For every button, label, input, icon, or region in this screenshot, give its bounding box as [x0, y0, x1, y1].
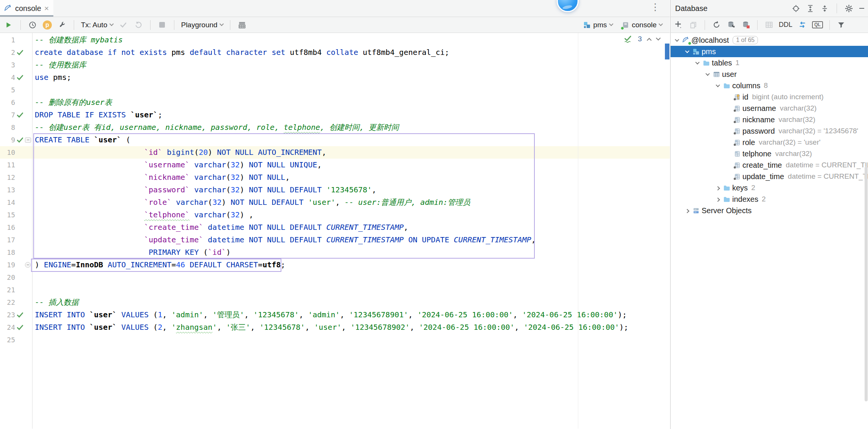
tree-item-telphone[interactable]: telphonevarchar(32) [671, 148, 868, 159]
locate-icon[interactable] [792, 5, 800, 12]
collapse-all-icon[interactable] [821, 5, 829, 12]
more-options-icon[interactable]: ⋮ [651, 2, 660, 12]
chevron-down-icon[interactable] [703, 73, 712, 76]
sql-editor[interactable]: 1-- 创建数据库 mybatis2create database if not… [0, 33, 670, 429]
code-line-8[interactable]: 8-- 创建user表 有id, username, nickname, pas… [0, 121, 670, 134]
statement-success-icon[interactable] [15, 46, 25, 59]
statement-success-icon[interactable] [15, 321, 25, 334]
code-line-10[interactable]: 10 `id` bigint(20) NOT NULL AUTO_INCREME… [0, 146, 670, 159]
chevron-right-icon[interactable] [714, 198, 722, 201]
code-line-1[interactable]: 1-- 创建数据库 mybatis [0, 34, 670, 46]
tree-item-columns[interactable]: columns8 [671, 80, 868, 91]
tree-item-pms[interactable]: pms [671, 46, 868, 57]
fold-spacer [25, 184, 32, 196]
chevron-right-icon[interactable] [714, 186, 722, 189]
code-line-11[interactable]: 11 `username` varchar(32) NOT NULL UNIQU… [0, 159, 670, 171]
tree-item-label: telphone [742, 150, 772, 158]
ql-console-button[interactable]: QL [812, 21, 823, 28]
ddl-button[interactable]: DDL [779, 21, 792, 29]
statement-success-icon[interactable] [15, 71, 25, 84]
inspection-widget[interactable]: 3 [624, 35, 660, 43]
tree-item-user[interactable]: user [671, 69, 868, 80]
code-line-3[interactable]: 3-- 使用数据库 [0, 59, 670, 71]
code-line-24[interactable]: 24INSERT INTO `user` VALUES (2, 'zhangsa… [0, 321, 670, 334]
next-warning-icon[interactable] [656, 36, 661, 41]
code-line-20[interactable]: 20 [0, 271, 670, 284]
chevron-down-icon[interactable] [683, 50, 691, 53]
code-line-17[interactable]: 17 `update_time` datetime NOT NULL DEFAU… [0, 234, 670, 246]
parameters-button[interactable]: p [43, 20, 52, 30]
code-line-18[interactable]: 18 PRIMARY KEY (`id`) [0, 246, 670, 259]
add-datasource-button[interactable] [674, 20, 683, 30]
filter-icon[interactable] [836, 20, 846, 30]
code-line-14[interactable]: 14 `role` varchar(32) NOT NULL DEFAULT '… [0, 196, 670, 209]
code-line-25[interactable]: 25 [0, 334, 670, 346]
chevron-down-icon[interactable] [714, 84, 722, 87]
tree-item-server-objects[interactable]: Server Objects [671, 205, 868, 216]
chevron-down-icon[interactable] [673, 39, 681, 42]
schema-switcher-dropdown[interactable]: pms [583, 21, 613, 29]
statement-success-icon[interactable] [15, 309, 25, 321]
gear-icon[interactable] [845, 5, 853, 12]
refresh-button[interactable] [711, 20, 721, 30]
statement-success-icon[interactable] [15, 134, 25, 146]
tree-item-label: tables [712, 59, 732, 67]
tree-scrollbar[interactable] [865, 167, 868, 401]
output-layout-button[interactable] [237, 20, 247, 30]
code-line-21[interactable]: 21 [0, 284, 670, 296]
toolbar-separator [829, 20, 830, 30]
datasource-properties-icon[interactable] [726, 20, 736, 30]
code-line-6[interactable]: 6-- 删除原有的user表 [0, 96, 670, 109]
code-line-16[interactable]: 16 `create_time` datetime NOT NULL DEFAU… [0, 221, 670, 234]
tx-mode-dropdown[interactable]: Tx: Auto [81, 21, 113, 29]
code-line-7[interactable]: 7DROP TABLE IF EXISTS `user`; [0, 109, 670, 121]
tree-item-nickname[interactable]: nicknamevarchar(32) [671, 114, 868, 125]
expand-all-icon[interactable] [806, 5, 814, 12]
tab-console[interactable]: console × [0, 0, 53, 17]
settings-wrench-button[interactable] [57, 20, 67, 30]
history-button[interactable] [28, 20, 37, 30]
session-switcher-dropdown[interactable]: console [622, 21, 663, 29]
chevron-down-icon[interactable] [693, 61, 702, 64]
database-tree: @localhost1 of 65pmstables1usercolumns8i… [671, 33, 868, 429]
database-tool-window: Database [670, 0, 868, 429]
column-type: varchar(32) = '12345678' [779, 127, 859, 135]
tree-item-tables[interactable]: tables1 [671, 57, 868, 69]
editor-column: console × ⋮ p Tx: Auto [0, 0, 670, 429]
disconnect-icon[interactable] [741, 20, 751, 30]
code-line-2[interactable]: 2create database if not exists pms defau… [0, 46, 670, 59]
scrollbar-analysis-mark[interactable] [665, 44, 669, 59]
jump-to-console-icon[interactable] [797, 20, 807, 30]
chevron-right-icon[interactable] [683, 209, 691, 212]
fold-spacer [25, 221, 32, 234]
tree-item-create-time[interactable]: create_timedatetime = CURRENT_TIMESTAMP [671, 159, 868, 171]
tree-item-indexes[interactable]: indexes2 [671, 193, 868, 205]
code-line-12[interactable]: 12 `nickname` varchar(32) NOT NULL, [0, 171, 670, 184]
tree-item-id[interactable]: idbigint (auto increment) [671, 91, 868, 103]
code-line-4[interactable]: 4use pms; [0, 71, 670, 84]
child-count: 8 [764, 81, 768, 90]
code-line-15[interactable]: 15 `telphone` varchar(32) , [0, 209, 670, 221]
fold-marker-icon[interactable]: − [25, 134, 32, 146]
statement-success-icon[interactable] [15, 109, 25, 121]
run-button[interactable] [4, 20, 14, 30]
code-line-22[interactable]: 22-- 插入数据 [0, 296, 670, 309]
tree-item--localhost[interactable]: @localhost1 of 65 [671, 34, 868, 46]
tx-mode-label: Tx: Auto [81, 21, 107, 29]
playground-dropdown[interactable]: Playground [181, 21, 223, 29]
fold-spacer [25, 59, 32, 71]
code-line-19[interactable]: 19−) ENGINE=InnoDB AUTO_INCREMENT=46 DEF… [0, 259, 670, 271]
hide-panel-icon[interactable] [859, 8, 864, 9]
fold-marker-icon[interactable]: − [25, 259, 32, 271]
tree-item-role[interactable]: rolevarchar(32) = 'user' [671, 137, 868, 148]
code-line-23[interactable]: 23INSERT INTO `user` VALUES (1, 'admin',… [0, 309, 670, 321]
previous-warning-icon[interactable] [647, 37, 652, 42]
tree-item-username[interactable]: usernamevarchar(32) [671, 103, 868, 114]
code-line-9[interactable]: 9−CREATE TABLE `user` ( [0, 134, 670, 146]
tree-item-update-time[interactable]: update_timedatetime = CURRENT_TIMESTAMP [671, 171, 868, 182]
tree-item-keys[interactable]: keys2 [671, 182, 868, 193]
tab-close-icon[interactable]: × [44, 4, 49, 12]
code-line-13[interactable]: 13 `password` varchar(32) NOT NULL DEFAU… [0, 184, 670, 196]
code-line-5[interactable]: 5 [0, 84, 670, 96]
tree-item-password[interactable]: passwordvarchar(32) = '12345678' [671, 125, 868, 137]
